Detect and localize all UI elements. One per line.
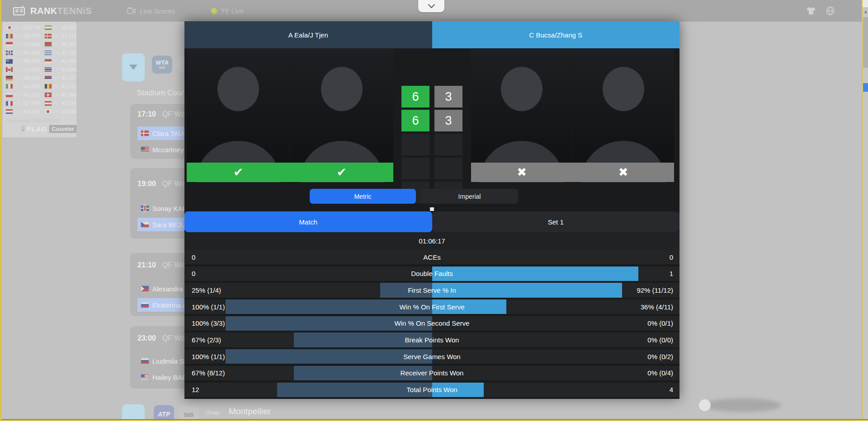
stat-value-right: 0 [670, 250, 673, 264]
match-time: 23:00 [137, 334, 156, 342]
collapse-modal-button[interactable] [418, 0, 444, 12]
set-score-cell: 3 [434, 110, 462, 131]
tennis-ball-icon [211, 8, 217, 14]
metric-button[interactable]: Metric [310, 189, 416, 204]
player-name: Ekaterina Al [152, 301, 189, 309]
flag-us-icon [141, 374, 149, 380]
match-round: QF Wo [162, 261, 185, 269]
globe-icon[interactable] [826, 6, 835, 15]
stat-label: Win % On First Serve [184, 299, 679, 314]
tab-set1[interactable]: Set 1 [432, 211, 680, 232]
stat-label: Receiver Points Won [184, 366, 679, 380]
flag-nl-icon [6, 109, 13, 114]
stat-label: Win % On Second Serve [184, 316, 679, 331]
stat-value-right: 92% (11/12) [637, 283, 673, 297]
ranktennis-logo[interactable]: RANKTENNiS [13, 6, 92, 16]
set-score-cell: 6 [401, 110, 429, 131]
nav-te-live-label: TE Live [221, 7, 244, 15]
flag-au-icon [6, 59, 13, 64]
flag-th-icon [45, 67, 52, 72]
pageviews-counter: Pageviews: 205,444,589 [3, 116, 76, 123]
flag-ro-icon [6, 34, 13, 38]
court-title: Stadium Court [137, 89, 186, 98]
vertical-scrollbar[interactable]: ▲ [862, 0, 868, 421]
draw-label[interactable]: Draw [206, 409, 219, 416]
tournament-filter-tile[interactable] [122, 53, 145, 81]
logo-text-rank: RANK [30, 6, 57, 16]
resize-tick [430, 207, 434, 211]
scrollbar-find-marker [863, 83, 868, 92]
match-round: QF Wo [162, 180, 185, 187]
chevron-down-icon [428, 1, 435, 9]
imperial-button[interactable]: Imperial [421, 189, 518, 204]
flag-dk-icon [141, 131, 149, 136]
set-score-column-team1: 6 6 [401, 86, 429, 203]
stat-row-serve-games: 100% (1/1)Serve Games Won0% (0/2) [184, 349, 679, 364]
flag-be-icon [45, 84, 52, 89]
stat-value-right: 36% (4/11) [641, 299, 673, 314]
view-tabs: Match Set 1 [184, 211, 679, 232]
tab-match[interactable]: Match [184, 211, 432, 232]
set-score-cell-empty [401, 134, 429, 155]
flag-gr-icon [45, 51, 52, 55]
tournament-name: Montpellier [229, 407, 271, 416]
set-score-column-team2: 3 3 [434, 86, 462, 203]
flag-at-icon [45, 101, 52, 106]
flag-by-icon [45, 42, 52, 47]
match-time: 21:10 [137, 261, 156, 269]
flag-rs-icon [45, 76, 52, 80]
flag-ch-icon [45, 93, 52, 97]
flag-id-icon [45, 59, 52, 64]
tab-team1[interactable]: A Eala/J Tjen [184, 21, 432, 48]
flag-gb-icon [6, 51, 13, 55]
scrollbar-thumb[interactable] [863, 17, 868, 68]
match-duration: 01:06:17 [184, 232, 679, 250]
atp-badge[interactable]: ATP [154, 405, 174, 421]
flag-counter-row: SG313,646BY50,980 [3, 40, 76, 49]
stat-row-first-serve-in: 25% (1/4)First Serve % In92% (11/12) [184, 283, 679, 297]
flag-pl-icon [6, 93, 13, 97]
winner-status-band: ✔ ✔ [187, 163, 393, 182]
stat-row-total-points: 12Total Points Won4 [184, 383, 679, 397]
flag-counter-row: IT164,859BE42,731 [3, 82, 76, 91]
tournament-filter-tile-bottom[interactable] [122, 404, 145, 421]
flag-us-icon [141, 147, 149, 152]
stat-value-right: 0% (0/0) [647, 332, 673, 347]
flag-counter-row: RO336,973DK57,278 [3, 32, 76, 41]
check-icon: ✔ [290, 163, 394, 182]
flag-cz-icon [141, 222, 149, 227]
flag-counter-row: NL116,852KR42,049 [3, 108, 76, 116]
player-name: Liudmila SA [152, 357, 189, 365]
video-camera-icon [127, 7, 136, 14]
stat-row-win-second-serve: 100% (3/3)Win % On Second Serve0% (0/1) [184, 316, 679, 331]
x-icon: ✖ [471, 163, 573, 182]
scroll-up-arrow-icon[interactable]: ▲ [863, 9, 868, 14]
match-round: QF Wo [162, 334, 185, 342]
tab-team2[interactable]: C Bucsa/Zhang S [432, 21, 680, 48]
set-score-cell: 3 [434, 86, 462, 108]
nav-live-scores[interactable]: Live Scores [127, 7, 175, 15]
flag-fr-icon [6, 101, 13, 106]
stats-table: 0ACEs0 0Double Faults1 25% (1/4)First Se… [184, 250, 679, 399]
stat-row-aces: 0ACEs0 [184, 250, 679, 264]
flag-de-icon [6, 76, 13, 80]
flag-ru-icon [141, 302, 149, 308]
scoreboard-logo-icon [13, 6, 26, 16]
stat-label: Total Points Won [184, 383, 679, 397]
shirt-icon[interactable] [806, 7, 816, 15]
match-round: QF Wo [162, 110, 185, 118]
logo-text-tennis: TENNiS [57, 6, 92, 16]
app-window: RANKTENNiS Live Scores TE Live JP339,774… [0, 0, 868, 421]
stat-value-right: 4 [670, 383, 673, 397]
scoreboard: 6 6 3 3 ✔ ✔ ✖ ✖ [184, 48, 679, 182]
set-score-cell: 6 [401, 86, 429, 108]
nav-te-live[interactable]: TE Live [211, 7, 244, 15]
flag-counter-row: JP339,774IN59,489 [3, 23, 76, 32]
flag-ca-icon [6, 67, 13, 72]
stat-label: First Serve % In [184, 283, 679, 297]
wta-500-badge[interactable]: WTA500 [152, 56, 172, 74]
flag-counter-row: DE195,911RS43,287 [3, 74, 76, 83]
flag-ru-icon [141, 358, 149, 364]
flag-counter-widget[interactable]: JP339,774IN59,489 RO336,973DK57,278 SG31… [3, 22, 76, 137]
player-name: Alexandra E [152, 285, 189, 293]
